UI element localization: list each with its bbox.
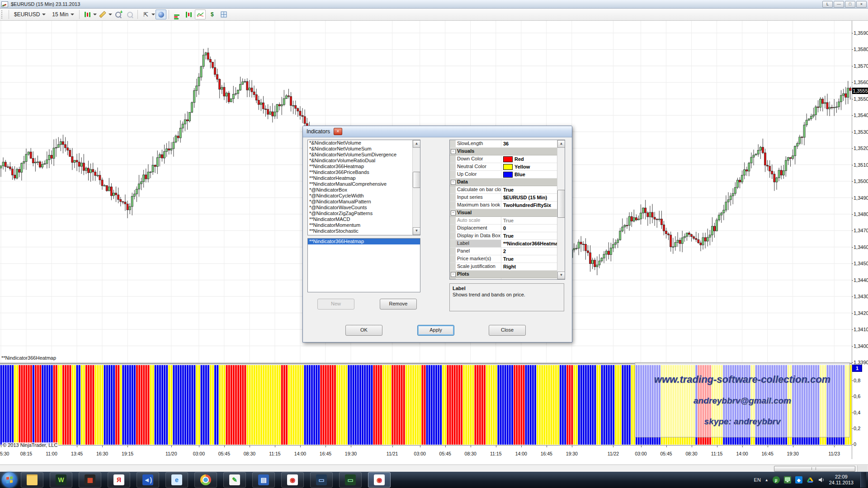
new-chart-icon[interactable]	[183, 9, 194, 19]
property-row[interactable]: Label**Nindicator366Heatmap	[450, 240, 557, 248]
property-grid-scrollbar[interactable]: ▲ ▼	[557, 140, 565, 279]
zoom-in-icon[interactable]: +	[113, 9, 123, 19]
chevron-down-icon[interactable]	[151, 14, 155, 15]
scroll-down-icon[interactable]: ▼	[557, 272, 565, 279]
indicator-list-item[interactable]: **Nindicator366Heatmap	[308, 164, 413, 169]
property-row[interactable]: Price marker(s)True	[450, 255, 557, 263]
taskbar-player-icon[interactable]: ◄)	[137, 472, 159, 488]
chevron-down-icon[interactable]	[93, 14, 97, 15]
property-value[interactable]: TwoHundredFiftySix	[501, 202, 557, 209]
close-button[interactable]: ×	[856, 1, 867, 8]
taskbar-editor-icon[interactable]: ✎	[223, 472, 246, 488]
taskbar-clock[interactable]: 22:09 24.11.2013	[829, 474, 854, 486]
property-value[interactable]: $EURUSD (15 Min)	[501, 194, 557, 201]
property-value[interactable]: True	[501, 186, 557, 193]
property-row[interactable]: Calculate on bar closeTrue	[450, 186, 557, 194]
property-row[interactable]: Displacement0	[450, 225, 557, 232]
indicator-list-item[interactable]: *&NindicatorNetVolumeSum	[308, 146, 413, 152]
collapse-icon[interactable]: −	[451, 272, 456, 277]
strategy-chart-icon[interactable]	[195, 9, 206, 19]
indicator-list-item[interactable]: *@NindicatorCycleWidth	[308, 193, 413, 199]
indicator-list-item[interactable]: *@NindicatorBox	[308, 187, 413, 193]
indicator-list-item[interactable]: *&NindicatorNetVolume	[308, 140, 413, 146]
property-row[interactable]: Auto scaleTrue	[450, 217, 557, 225]
ok-button[interactable]: OK	[345, 325, 382, 336]
interval-dropdown[interactable]: 15 Min	[49, 10, 77, 19]
market-analyzer-icon[interactable]	[171, 9, 182, 19]
scrollbar-thumb[interactable]	[557, 190, 565, 218]
restore-button[interactable]: □	[845, 1, 855, 8]
horizontal-scrollbar[interactable]	[0, 465, 868, 472]
indicator-list-item[interactable]: **NindicatorManualComprehensive	[308, 181, 413, 187]
property-row[interactable]: Neutral ColorYellow	[450, 163, 557, 171]
property-row[interactable]: −Visual	[450, 209, 557, 217]
applied-indicators-list[interactable]: **Nindicator366Heatmap	[307, 238, 420, 292]
indicator-list-item[interactable]: **Nindicator366PriceBands	[308, 169, 413, 175]
property-value[interactable]: True	[501, 232, 557, 239]
scroll-up-icon[interactable]: ▲	[413, 140, 420, 148]
property-value[interactable]: Bar; Solid; 4px	[501, 278, 557, 280]
scrollbar-thumb[interactable]	[413, 172, 420, 188]
property-value[interactable]: 0	[501, 225, 557, 232]
available-indicators-list[interactable]: ▲ ▼ *&NindicatorNetVolume*&NindicatorNet…	[307, 140, 420, 235]
property-row[interactable]: +HeatmapBar; Solid; 4px	[450, 278, 557, 280]
minimize-button[interactable]: —	[834, 1, 844, 8]
indicator-list-item[interactable]: *@NindicatorManualPattern	[308, 199, 413, 205]
language-indicator[interactable]: EN	[754, 477, 761, 483]
dropbox-tray-icon[interactable]: ◆	[795, 476, 802, 483]
indicator-list-item[interactable]: **NindicatorMomentum	[308, 222, 413, 228]
indicator-list-item[interactable]: *&NindicatorNetVolumeSumDivergence	[308, 152, 413, 158]
tray-expand-icon[interactable]: ▲	[765, 478, 769, 482]
taskbar-chrome-icon[interactable]	[194, 472, 217, 488]
network-tray-icon[interactable]	[784, 476, 791, 483]
volume-tray-icon[interactable]	[818, 476, 825, 483]
property-row[interactable]: Display in Data BoxTrue	[450, 232, 557, 240]
account-dollar-icon[interactable]: $	[207, 9, 217, 19]
property-value[interactable]: Yellow	[501, 163, 557, 170]
collapse-icon[interactable]: −	[451, 211, 456, 216]
scroll-up-icon[interactable]: ▲	[557, 140, 565, 148]
indicator-list-item[interactable]: *@NindicatorZigZagPatterns	[308, 211, 413, 216]
google-drive-tray-icon[interactable]	[807, 476, 814, 483]
cursor-icon[interactable]: ⇱	[140, 9, 151, 19]
taskbar-internet-explorer-icon[interactable]: e	[165, 472, 188, 488]
collapse-icon[interactable]: −	[451, 180, 456, 185]
grid-icon[interactable]	[218, 9, 229, 19]
indicator-list-item[interactable]: *@NindicatorWaveCounts	[308, 205, 413, 211]
taskbar-green-w-icon[interactable]: W	[50, 472, 72, 488]
indicator-list-item[interactable]: *&NindicatorVolumeRatioDual	[308, 158, 413, 164]
data-box-icon[interactable]	[156, 9, 166, 19]
apply-button[interactable]: Apply	[417, 325, 454, 336]
property-row[interactable]: Down ColorRed	[450, 155, 557, 163]
taskbar-monitor-blue-icon[interactable]: ▭	[310, 472, 333, 488]
taskbar-yandex-icon[interactable]: Я	[108, 472, 130, 488]
property-row[interactable]: −Visuals	[450, 148, 557, 155]
property-value[interactable]: True	[501, 217, 557, 224]
chart-style-icon[interactable]	[82, 9, 93, 19]
taskbar-ninjatrader-active-icon[interactable]: ◉	[368, 472, 391, 488]
taskbar-monitor-green-icon[interactable]: ▭	[339, 472, 362, 488]
property-row[interactable]: Up ColorBlue	[450, 171, 557, 178]
property-row[interactable]: Panel2	[450, 248, 557, 255]
show-desktop-button[interactable]	[860, 472, 866, 488]
chevron-down-icon[interactable]	[108, 14, 112, 15]
property-row[interactable]: Maximum bars look backTwoHundredFiftySix	[450, 202, 557, 209]
collapse-icon[interactable]: −	[451, 149, 456, 154]
property-row[interactable]: −Plots	[450, 271, 557, 278]
property-value[interactable]: Right	[501, 263, 557, 270]
drawing-tools-icon[interactable]	[97, 9, 108, 19]
applied-indicator-item[interactable]: **Nindicator366Heatmap	[308, 239, 420, 244]
close-dialog-button[interactable]: Close	[489, 325, 526, 336]
property-value[interactable]: 36	[501, 140, 557, 147]
property-value[interactable]: Red	[501, 155, 557, 163]
dialog-close-icon[interactable]: ×	[334, 128, 342, 135]
list-scrollbar[interactable]: ▲ ▼	[412, 140, 420, 235]
taskbar-save-icon[interactable]: ▤	[252, 472, 275, 488]
indicator-list-item[interactable]: **NindicatorMACD	[308, 216, 413, 222]
property-value[interactable]: **Nindicator366Heatmap	[501, 240, 557, 247]
indicator-list-item[interactable]: **NindicatorHeatmap	[308, 175, 413, 181]
scroll-down-icon[interactable]: ▼	[413, 227, 420, 235]
price-axis[interactable]: 1,35901,35801,35701,35601,35501,35401,35…	[852, 21, 868, 459]
property-value[interactable]: True	[501, 255, 557, 263]
scrollbar-thumb[interactable]	[774, 466, 855, 472]
